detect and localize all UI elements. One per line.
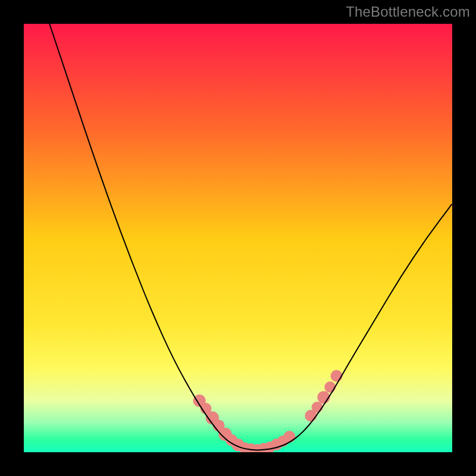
- data-marker: [312, 402, 323, 413]
- data-marker: [331, 370, 343, 382]
- chart-container: TheBottleneck.com: [0, 0, 476, 476]
- bottleneck-chart: [0, 0, 476, 476]
- attribution-text: TheBottleneck.com: [346, 4, 470, 20]
- data-marker: [324, 381, 336, 393]
- chart-background: [24, 24, 452, 452]
- data-marker: [283, 431, 295, 443]
